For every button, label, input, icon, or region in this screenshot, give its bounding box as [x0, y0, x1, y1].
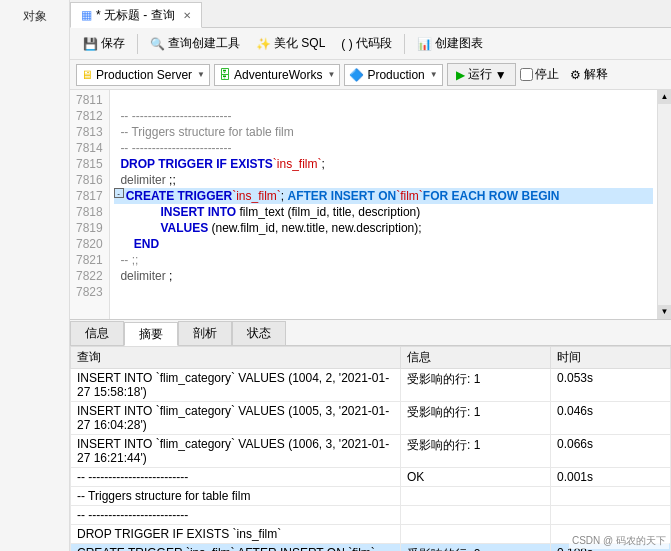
- code-line: -CREATE TRIGGER `ins_film`; AFTER INSERT…: [114, 188, 653, 204]
- results-table: 查询 信息 时间 INSERT INTO `flim_category` VAL…: [70, 346, 671, 551]
- server-label: Production Server: [96, 68, 192, 82]
- code-snippet-button[interactable]: ( ) 代码段: [334, 32, 398, 55]
- cell-query: DROP TRIGGER IF EXISTS `ins_film`: [71, 525, 401, 544]
- table-row[interactable]: INSERT INTO `flim_category` VALUES (1006…: [71, 435, 671, 468]
- cell-query: -- -------------------------: [71, 506, 401, 525]
- code-editor[interactable]: -- ------------------------- -- Triggers…: [110, 90, 657, 319]
- scroll-down-arrow[interactable]: ▼: [658, 305, 672, 319]
- cell-time: [551, 487, 671, 506]
- results-area: 查询 信息 时间 INSERT INTO `flim_category` VAL…: [70, 346, 671, 551]
- vertical-scrollbar[interactable]: ▲ ▼: [657, 90, 671, 319]
- beautify-icon: ✨: [256, 37, 271, 51]
- separator2: [404, 34, 405, 54]
- code-line: -- -------------------------: [114, 140, 653, 156]
- results-scroll[interactable]: 查询 信息 时间 INSERT INTO `flim_category` VAL…: [70, 346, 671, 551]
- col-time: 时间: [551, 347, 671, 369]
- separator: [137, 34, 138, 54]
- cell-info: 受影响的行: 1: [401, 369, 551, 402]
- table-row[interactable]: INSERT INTO `flim_category` VALUES (1004…: [71, 369, 671, 402]
- query-builder-button[interactable]: 🔍 查询创建工具: [143, 32, 247, 55]
- code-line: [114, 284, 653, 300]
- run-icon: ▶: [456, 68, 465, 82]
- query-tab[interactable]: ▦ * 无标题 - 查询 ✕: [70, 2, 202, 28]
- cell-info: [401, 506, 551, 525]
- object-panel: 对象: [0, 0, 70, 551]
- object-tab[interactable]: 对象: [15, 4, 55, 29]
- schema-label: Production: [367, 68, 424, 82]
- table-row[interactable]: -- -------------------------OK0.001s: [71, 468, 671, 487]
- line-numbers: 7811781278137814781578167817781878197820…: [70, 90, 110, 319]
- table-row[interactable]: -- -------------------------: [71, 506, 671, 525]
- cell-time: [551, 506, 671, 525]
- database-arrow-icon: ▼: [327, 70, 335, 79]
- cell-query: INSERT INTO `flim_category` VALUES (1005…: [71, 402, 401, 435]
- trigger-icon[interactable]: -: [114, 188, 124, 198]
- save-icon: 💾: [83, 37, 98, 51]
- code-line: INSERT INTO film_text (film_id, title, d…: [114, 204, 653, 220]
- cell-info: 受影响的行: 0: [401, 544, 551, 552]
- tab-bar: ▦ * 无标题 - 查询 ✕: [70, 0, 671, 28]
- col-query: 查询: [71, 347, 401, 369]
- beautify-sql-button[interactable]: ✨ 美化 SQL: [249, 32, 332, 55]
- code-line: [114, 92, 653, 108]
- query-builder-icon: 🔍: [150, 37, 165, 51]
- tab-close-button[interactable]: ✕: [183, 10, 191, 21]
- watermark: CSDN @ 码农的天下: [569, 533, 669, 549]
- col-info: 信息: [401, 347, 551, 369]
- scroll-up-arrow[interactable]: ▲: [658, 90, 672, 104]
- bottom-tabs: 信息 摘要 剖析 状态: [70, 320, 671, 346]
- save-button[interactable]: 💾 保存: [76, 32, 132, 55]
- code-line: -- -------------------------: [114, 108, 653, 124]
- database-dropdown[interactable]: 🗄 AdventureWorks ▼: [214, 64, 340, 86]
- table-row[interactable]: -- Triggers structure for table film: [71, 487, 671, 506]
- schema-icon: 🔷: [349, 68, 364, 82]
- cell-time: 0.066s: [551, 435, 671, 468]
- cell-time: 0.046s: [551, 402, 671, 435]
- cell-info: OK: [401, 468, 551, 487]
- cell-query: CREATE TRIGGER `ins_film` AFTER INSERT O…: [71, 544, 401, 552]
- code-line: END: [114, 236, 653, 252]
- cell-query: -- -------------------------: [71, 468, 401, 487]
- table-row[interactable]: INSERT INTO `flim_category` VALUES (1005…: [71, 402, 671, 435]
- code-line: delimiter ;;: [114, 172, 653, 188]
- query-tab-label: * 无标题 - 查询: [96, 7, 175, 24]
- code-line: DROP TRIGGER IF EXISTS `ins_film`;: [114, 156, 653, 172]
- create-chart-button[interactable]: 📊 创建图表: [410, 32, 490, 55]
- cell-query: INSERT INTO `flim_category` VALUES (1004…: [71, 369, 401, 402]
- chart-icon: 📊: [417, 37, 432, 51]
- code-line: -- ;;: [114, 252, 653, 268]
- stop-input[interactable]: [520, 68, 533, 81]
- tab-summary[interactable]: 摘要: [124, 322, 178, 346]
- tab-icon: ▦: [81, 8, 92, 22]
- explain-button[interactable]: ⚙ 解释: [563, 63, 615, 86]
- cell-query: INSERT INTO `flim_category` VALUES (1006…: [71, 435, 401, 468]
- run-arrow: ▼: [495, 68, 507, 82]
- server-dropdown[interactable]: 🖥 Production Server ▼: [76, 64, 210, 86]
- schema-dropdown[interactable]: 🔷 Production ▼: [344, 64, 442, 86]
- cell-info: 受影响的行: 1: [401, 435, 551, 468]
- server-bar: 🖥 Production Server ▼ 🗄 AdventureWorks ▼…: [70, 60, 671, 90]
- code-line: -- Triggers structure for table film: [114, 124, 653, 140]
- cell-info: 受影响的行: 1: [401, 402, 551, 435]
- cell-info: [401, 487, 551, 506]
- server-arrow-icon: ▼: [197, 70, 205, 79]
- cell-query: -- Triggers structure for table film: [71, 487, 401, 506]
- tab-status[interactable]: 状态: [232, 321, 286, 345]
- server-icon: 🖥: [81, 68, 93, 82]
- database-label: AdventureWorks: [234, 68, 322, 82]
- schema-arrow-icon: ▼: [430, 70, 438, 79]
- explain-label: 解释: [584, 66, 608, 83]
- database-icon: 🗄: [219, 68, 231, 82]
- cell-info: [401, 525, 551, 544]
- explain-icon: ⚙: [570, 68, 581, 82]
- run-label: 运行: [468, 66, 492, 83]
- run-button[interactable]: ▶ 运行 ▼: [447, 63, 516, 86]
- tab-profile[interactable]: 剖析: [178, 321, 232, 345]
- toolbar: 💾 保存 🔍 查询创建工具 ✨ 美化 SQL ( ) 代码段 📊 创建图表: [70, 28, 671, 60]
- stop-label: 停止: [535, 66, 559, 83]
- code-line: delimiter ;: [114, 268, 653, 284]
- tab-info[interactable]: 信息: [70, 321, 124, 345]
- code-snippet-icon: ( ): [341, 37, 352, 51]
- editor-area: 7811781278137814781578167817781878197820…: [70, 90, 671, 320]
- stop-checkbox[interactable]: 停止: [520, 66, 559, 83]
